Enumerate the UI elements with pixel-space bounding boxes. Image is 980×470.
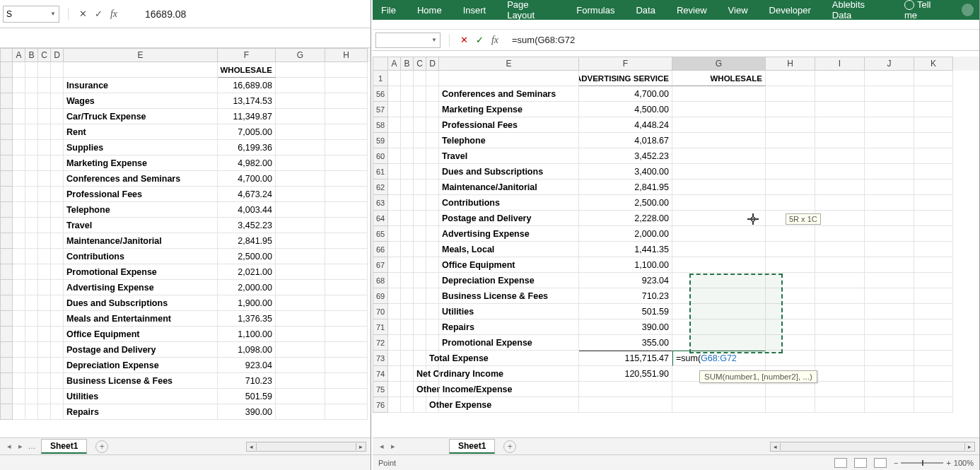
row-header[interactable]: 61 [373, 164, 388, 180]
worksheet-grid-right[interactable]: A B C D E F G H I J K 1 ADVERTISING SERV… [373, 57, 979, 424]
expense-label[interactable]: Rent [64, 124, 218, 140]
expense-label[interactable]: Dues and Subscriptions [439, 164, 579, 180]
expense-label[interactable]: Dues and Subscriptions [64, 295, 218, 311]
ribbon-tab-view[interactable]: View [725, 2, 751, 18]
expense-value[interactable]: 390.00 [218, 404, 276, 420]
row-header[interactable] [0, 311, 13, 327]
expense-value[interactable]: 2,000.00 [218, 280, 276, 295]
page-break-view-button[interactable] [874, 458, 887, 468]
expense-label[interactable]: Contributions [439, 195, 579, 211]
expense-label[interactable]: Depreciation Expense [64, 358, 218, 373]
row-header[interactable] [0, 358, 13, 373]
col-header[interactable]: F [579, 57, 672, 71]
expense-value[interactable]: 923.04 [218, 358, 276, 373]
expense-value[interactable]: 1,441.35 [579, 242, 672, 257]
expense-label[interactable]: Postage and Delivery [439, 211, 579, 226]
ribbon-tab-file[interactable]: File [378, 2, 399, 18]
other-income-label[interactable]: Other Income/Expense [414, 382, 426, 397]
row-header[interactable] [0, 140, 13, 155]
expense-value[interactable]: 501.59 [579, 304, 672, 319]
cancel-icon[interactable]: ✕ [458, 35, 469, 46]
zoom-in-icon[interactable]: + [946, 459, 950, 467]
expense-label[interactable]: Depreciation Expense [439, 273, 579, 288]
row-header[interactable] [0, 124, 13, 140]
col-header[interactable]: H [766, 57, 815, 71]
expense-value[interactable]: 2,000.00 [579, 226, 672, 242]
row-header[interactable]: 73 [373, 351, 388, 366]
new-sheet-button[interactable]: + [95, 440, 108, 453]
row-header[interactable]: 71 [373, 319, 388, 335]
col-header[interactable]: C [38, 48, 51, 62]
expense-value[interactable]: 4,700.00 [218, 171, 276, 187]
col-header[interactable]: B [401, 57, 414, 71]
other-expense-label[interactable]: Other Expense [426, 397, 439, 413]
expense-value[interactable]: 4,500.00 [579, 102, 672, 117]
zoom-slider[interactable]: − + 100% [894, 459, 974, 467]
total-label[interactable]: Total Expense [426, 351, 439, 366]
ribbon-tab-review[interactable]: Review [674, 2, 710, 18]
expense-value[interactable]: 2,021.00 [218, 264, 276, 280]
col-header[interactable]: D [51, 48, 64, 62]
row-header[interactable] [0, 202, 13, 218]
expense-label[interactable]: Promotional Expense [64, 264, 218, 280]
row-header[interactable]: 74 [373, 366, 388, 382]
formula-input[interactable]: =sum(G68:G72 [505, 35, 979, 45]
new-sheet-button[interactable]: + [503, 440, 516, 453]
expense-label[interactable]: Business License & Fees [439, 288, 579, 304]
row-header[interactable] [0, 295, 13, 311]
row-header[interactable] [0, 109, 13, 124]
total-value-f[interactable]: 115,715.47 [579, 351, 672, 366]
horizontal-scrollbar[interactable]: ◂▸ [770, 442, 975, 452]
ribbon-tab-data[interactable]: Data [633, 2, 658, 18]
select-all-corner[interactable] [373, 57, 388, 71]
row-header[interactable]: 75 [373, 382, 388, 397]
expense-value[interactable]: 501.59 [218, 389, 276, 404]
expense-value[interactable]: 3,452.23 [218, 218, 276, 233]
expense-value[interactable]: 11,349.87 [218, 109, 276, 124]
row-header[interactable]: 69 [373, 288, 388, 304]
row-header[interactable] [0, 373, 13, 389]
fx-icon[interactable]: fx [108, 8, 119, 20]
col-header[interactable]: A [388, 57, 401, 71]
ribbon-tab-insert[interactable]: Insert [460, 2, 489, 18]
expense-label[interactable]: Office Equipment [64, 327, 218, 342]
col-header[interactable]: D [426, 57, 439, 71]
expense-label[interactable]: Promotional Expense [439, 335, 579, 351]
expense-label[interactable]: Maintenance/Janitorial [64, 233, 218, 249]
row-header[interactable] [0, 249, 13, 264]
expense-value[interactable]: 710.23 [218, 373, 276, 389]
active-cell-g73[interactable]: =sum(G68:G72 [672, 351, 766, 366]
row-header[interactable] [0, 218, 13, 233]
expense-value[interactable]: 1,098.00 [218, 342, 276, 358]
sheet-tab[interactable]: Sheet1 [41, 439, 87, 454]
row-header[interactable] [0, 404, 13, 420]
row-header[interactable]: 58 [373, 117, 388, 133]
worksheet-grid-left[interactable]: A B C D E F G H WHOLESALE Insurance16,68… [0, 48, 371, 430]
name-box[interactable]: ▼ [375, 33, 441, 48]
expense-label[interactable]: Postage and Delivery [64, 342, 218, 358]
tab-nav[interactable]: ◂▸… [4, 442, 37, 451]
chevron-down-icon[interactable]: ▼ [50, 11, 56, 17]
row-header[interactable]: 76 [373, 397, 388, 413]
col-header[interactable]: C [414, 57, 426, 71]
cancel-icon[interactable]: ✕ [77, 8, 88, 20]
row-header[interactable] [0, 155, 13, 171]
ribbon-tab-developer[interactable]: Developer [766, 2, 814, 18]
expense-label[interactable]: Maintenance/Janitorial [439, 180, 579, 195]
enter-icon[interactable]: ✓ [474, 35, 485, 46]
expense-label[interactable]: Advertising Expense [439, 226, 579, 242]
expense-value[interactable]: 390.00 [579, 319, 672, 335]
row-header[interactable] [0, 187, 13, 202]
expense-value[interactable]: 923.04 [579, 273, 672, 288]
expense-value[interactable]: 4,982.00 [218, 155, 276, 171]
expense-label[interactable]: Telephone [64, 202, 218, 218]
expense-value[interactable]: 2,841.95 [579, 180, 672, 195]
row-header[interactable]: 56 [373, 86, 388, 102]
expense-value[interactable]: 7,005.00 [218, 124, 276, 140]
expense-label[interactable]: Travel [64, 218, 218, 233]
expense-label[interactable]: Travel [439, 148, 579, 164]
expense-label[interactable]: Professional Fees [64, 187, 218, 202]
expense-value[interactable]: 1,100.00 [218, 327, 276, 342]
expense-label[interactable]: Telephone [439, 133, 579, 148]
row-header[interactable]: 67 [373, 257, 388, 273]
